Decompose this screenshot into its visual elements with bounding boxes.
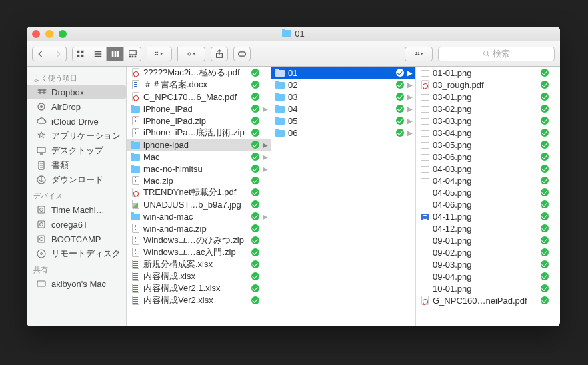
sidebar-item-label: AirDrop (51, 102, 81, 112)
file-row[interactable]: 04-04.png (416, 175, 560, 186)
sidebar-item[interactable]: corega6T (27, 217, 126, 232)
file-row[interactable]: win-and-mac▶ (127, 210, 271, 222)
action-group (177, 47, 205, 61)
file-row[interactable]: ?????Mac?i…極める.pdf (127, 67, 271, 79)
dropbox-menu-button[interactable] (405, 47, 433, 61)
sidebar[interactable]: よく使う項目DropboxAirDropiCloud Driveアプリケーション… (27, 67, 127, 326)
file-row[interactable]: Windowsユ…ac入門.zip (127, 246, 271, 258)
file-row[interactable]: Mac▶ (127, 151, 271, 163)
file-row[interactable]: G_NPC160…neiPad.pdf (416, 294, 560, 306)
file-row[interactable]: 03-06.png (416, 151, 560, 163)
column-1[interactable]: 01▶02▶03▶04▶05▶06▶ (271, 67, 416, 326)
file-row[interactable]: iPhone_iPa…底活用術.zip (127, 127, 271, 139)
file-row[interactable]: 04-12.png (416, 222, 560, 234)
back-button[interactable] (32, 47, 49, 61)
png-icon (420, 248, 429, 257)
file-row[interactable]: UNADJUST…b_b9a7.jpg (127, 198, 271, 210)
arrange-button[interactable] (147, 47, 172, 61)
file-row[interactable]: 03▶ (271, 91, 415, 103)
svg-rect-8 (129, 55, 131, 57)
file-row[interactable]: 04-03.png (416, 163, 560, 175)
action-button[interactable] (177, 47, 205, 61)
sidebar-item[interactable]: BOOTCAMP (27, 232, 126, 246)
sidebar-item[interactable]: ダウンロード (27, 173, 126, 187)
file-row[interactable]: 10-01.png (416, 282, 560, 294)
file-row[interactable]: 内容構成.xlsx (127, 270, 271, 282)
svg-rect-32 (37, 281, 45, 286)
file-row[interactable]: 03-03.png (416, 115, 560, 127)
disclosure-arrow-icon: ▶ (263, 153, 268, 161)
nav-buttons (32, 47, 67, 61)
file-row[interactable]: TRENDYnet転載分1.pdf (127, 186, 271, 198)
file-row[interactable]: iphone-ipad▶ (127, 139, 271, 151)
icon-view-button[interactable] (72, 47, 89, 61)
file-row[interactable]: 内容構成Ver2.1.xlsx (127, 282, 271, 294)
search-field[interactable]: 検索 (438, 47, 555, 61)
body: よく使う項目DropboxAirDropiCloud Driveアプリケーション… (27, 67, 560, 326)
sidebar-item[interactable]: リモートディスク (27, 246, 126, 261)
file-row[interactable]: 03-05.png (416, 139, 560, 151)
file-row[interactable]: 04-05.png (416, 186, 560, 198)
sidebar-item[interactable]: akibyon's Mac (27, 276, 126, 291)
column-2[interactable]: 01-01.png03_rough.pdf03-01.png03-02.png0… (416, 67, 560, 326)
file-row[interactable]: 01▶ (271, 67, 415, 79)
file-row[interactable]: 09-03.png (416, 258, 560, 270)
forward-button[interactable] (49, 47, 67, 61)
zip-icon (131, 236, 140, 245)
svg-rect-26 (38, 221, 45, 228)
minimize-button[interactable] (45, 30, 53, 38)
file-row[interactable]: mac-no-himitsu▶ (127, 163, 271, 175)
file-row[interactable]: 09-01.png (416, 234, 560, 246)
file-row[interactable]: 02▶ (271, 79, 415, 91)
column-view-button[interactable] (107, 47, 124, 61)
file-row[interactable]: 新規分構成案.xlsx (127, 258, 271, 270)
file-row[interactable]: Windowsユ…のひみつ.zip (127, 234, 271, 246)
share-button[interactable] (211, 47, 228, 61)
disclosure-arrow-icon: ▶ (407, 93, 413, 101)
cd-icon (36, 248, 47, 259)
file-row[interactable]: iPhone_iPad.zip (127, 115, 271, 127)
zoom-button[interactable] (59, 30, 67, 38)
column-0[interactable]: ?????Mac?i…極める.pdf＃＃書名案.docxG_NPC170…6_M… (127, 67, 271, 326)
file-row[interactable]: 04▶ (271, 103, 415, 115)
file-name: 01-01.png (433, 68, 537, 78)
sidebar-item[interactable]: Dropbox (27, 85, 126, 99)
sync-status-icon (396, 69, 404, 77)
tags-button[interactable] (233, 47, 251, 61)
svg-rect-21 (37, 147, 45, 153)
file-row[interactable]: 03-04.png (416, 127, 560, 139)
file-row[interactable]: 04-06.png (416, 198, 560, 210)
file-row[interactable]: 03_rough.pdf (416, 79, 560, 91)
file-row[interactable]: 03-01.png (416, 91, 560, 103)
file-row[interactable]: 09-04.png (416, 270, 560, 282)
file-row[interactable]: 06▶ (271, 127, 415, 139)
gallery-view-button[interactable] (124, 47, 141, 61)
sync-status-icon (541, 212, 549, 220)
titlebar[interactable]: 01 (27, 27, 560, 41)
list-view-button[interactable] (89, 47, 107, 61)
png-icon (420, 260, 429, 269)
file-row[interactable]: 内容構成Ver2.xlsx (127, 294, 271, 306)
pdf-icon (131, 92, 140, 101)
sidebar-item[interactable]: iCloud Drive (27, 114, 126, 129)
file-row[interactable]: 04-11.png (416, 210, 560, 222)
file-row[interactable]: G_NPC170…6_Mac.pdf (127, 91, 271, 103)
sidebar-item[interactable]: アプリケーション (27, 129, 126, 143)
file-row[interactable]: 03-02.png (416, 103, 560, 115)
file-row[interactable]: 01-01.png (416, 67, 560, 79)
file-row[interactable]: ＃＃書名案.docx (127, 79, 271, 91)
file-row[interactable]: 09-02.png (416, 246, 560, 258)
sidebar-item[interactable]: Time Machi… (27, 202, 126, 217)
svg-rect-13 (155, 54, 157, 55)
sync-status-icon (541, 188, 549, 196)
file-row[interactable]: iPhone_iPad▶ (127, 103, 271, 115)
sidebar-item[interactable]: 書類 (27, 158, 126, 173)
file-row[interactable]: 05▶ (271, 115, 415, 127)
sidebar-item[interactable]: デスクトップ (27, 143, 126, 158)
png-icon (420, 92, 429, 101)
file-row[interactable]: Mac.zip (127, 175, 271, 186)
close-button[interactable] (32, 30, 40, 38)
sidebar-item-label: ダウンロード (51, 174, 103, 186)
sidebar-item[interactable]: AirDrop (27, 99, 126, 114)
file-row[interactable]: win-and-mac.zip (127, 222, 271, 234)
